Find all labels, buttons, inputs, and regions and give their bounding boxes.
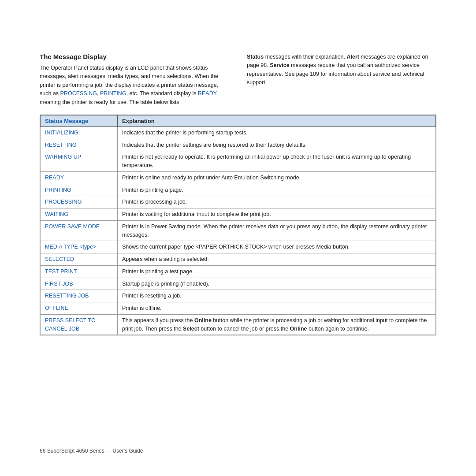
table-row: PROCESSINGPrinter is processing a job. (41, 196, 436, 208)
right-para-1: messages with their explanation. (264, 54, 346, 60)
alert-bold: Alert (347, 54, 359, 60)
explanation-cell: Printer is resetting a job. (118, 290, 436, 302)
table-row: OFFLINEPrinter is offline. (41, 302, 436, 315)
status-cell: OFFLINE (41, 302, 118, 315)
col-explanation-header: Explanation (118, 115, 436, 126)
status-cell: INITIALIZING (41, 126, 118, 139)
status-cell: PROCESSING (41, 196, 118, 208)
page-footer: 66 SuperScript 4650 Series — User's Guid… (40, 448, 143, 454)
status-cell: RESETTING JOB (41, 290, 118, 302)
status-cell: READY (41, 171, 118, 184)
table-row: WARMING UPPrinter is not yet ready to op… (41, 151, 436, 172)
status-bold: Status (247, 54, 264, 60)
printing-link[interactable]: PRINTING (100, 90, 126, 97)
explanation-cell: Printer is in Power Saving mode. When th… (118, 220, 436, 241)
explanation-cell: Startup page is printing (if enabled). (118, 278, 436, 290)
table-row: PRESS SELECT TO CANCEL JOBThis appears i… (41, 314, 436, 335)
explanation-cell: Printer is waiting for additional input … (118, 208, 436, 221)
left-para-end: , etc. The standard display is (126, 90, 198, 97)
table-row: TEST PRINTPrinter is printing a test pag… (41, 265, 436, 278)
explanation-cell: Printer is processing a job. (118, 196, 436, 208)
explanation-cell: Indicates that the printer settings are … (118, 139, 436, 151)
table-row: RESETTINGIndicates that the printer sett… (41, 139, 436, 151)
explanation-cell: Shows the current paper type <PAPER ORTH… (118, 241, 436, 253)
status-cell: SELECTED (41, 253, 118, 266)
right-paragraph: Status messages with their explanation. … (247, 53, 436, 87)
table-row: SELECTEDAppears when a setting is select… (41, 253, 436, 266)
explanation-cell: Printer is online and ready to print und… (118, 171, 436, 184)
status-cell: WAITING (41, 208, 118, 221)
status-cell: FIRST JOB (41, 278, 118, 290)
table-row: POWER SAVE MODEPrinter is in Power Savin… (41, 220, 436, 241)
page: The Message Display The Operator Panel s… (0, 0, 476, 476)
status-cell: POWER SAVE MODE (41, 220, 118, 241)
table-row: INITIALIZINGIndicates that the printer i… (41, 126, 436, 139)
table-row: WAITINGPrinter is waiting for additional… (41, 208, 436, 221)
table-row: RESETTING JOBPrinter is resetting a job. (41, 290, 436, 302)
col-status-header: Status Message (41, 115, 118, 126)
explanation-cell: Printer is offline. (118, 302, 436, 315)
explanation-cell: This appears if you press the Online but… (118, 314, 436, 335)
intro-section: The Message Display The Operator Panel s… (40, 53, 436, 107)
table-row: MEDIA TYPE <type>Shows the current paper… (41, 241, 436, 253)
table-row: FIRST JOBStartup page is printing (if en… (41, 278, 436, 290)
explanation-cell: Printer is printing a page. (118, 184, 436, 196)
status-cell: PRESS SELECT TO CANCEL JOB (41, 314, 118, 335)
status-cell: RESETTING (41, 139, 118, 151)
table-row: PRINTINGPrinter is printing a page. (41, 184, 436, 196)
status-cell: TEST PRINT (41, 265, 118, 278)
left-paragraph: The Operator Panel status display is an … (40, 64, 229, 107)
section-title: The Message Display (40, 53, 229, 60)
status-cell: WARMING UP (41, 151, 118, 172)
table-header-row: Status Message Explanation (41, 115, 436, 126)
status-cell: PRINTING (41, 184, 118, 196)
processing-link[interactable]: PROCESSING (60, 90, 97, 97)
explanation-cell: Printer is printing a test page. (118, 265, 436, 278)
left-column: The Message Display The Operator Panel s… (40, 53, 229, 107)
right-column: Status messages with their explanation. … (247, 53, 436, 107)
table-row: READYPrinter is online and ready to prin… (41, 171, 436, 184)
explanation-cell: Printer is not yet ready to operate. It … (118, 151, 436, 172)
explanation-cell: Indicates that the printer is performing… (118, 126, 436, 139)
ready-link[interactable]: READY (198, 90, 216, 97)
status-table: Status Message Explanation INITIALIZINGI… (40, 115, 436, 336)
explanation-cell: Appears when a setting is selected. (118, 253, 436, 266)
left-para-mid: , (97, 90, 100, 97)
service-bold: Service (270, 62, 289, 68)
status-cell: MEDIA TYPE <type> (41, 241, 118, 253)
